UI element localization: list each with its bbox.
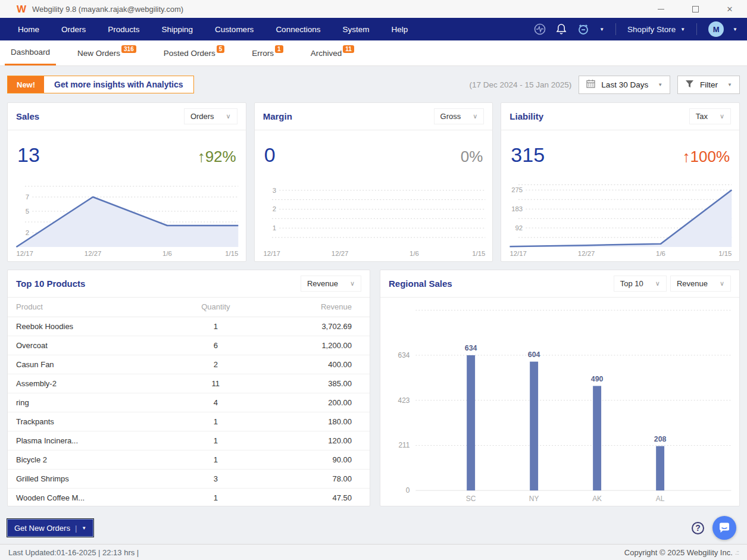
tab-label: Errors (252, 49, 274, 58)
nav-divider (696, 23, 697, 35)
status-bar: Last Updated:01-16-2025 | 22:13 hrs | Co… (0, 544, 747, 560)
sales-delta: ↑92% (198, 148, 236, 166)
margin-delta: 0% (461, 148, 483, 166)
help-icon[interactable]: ? (692, 522, 704, 534)
regional-topn-dropdown[interactable]: Top 10∨ (614, 276, 667, 292)
notifications-bell-icon[interactable] (555, 23, 567, 36)
calendar-icon (586, 79, 595, 90)
period-dropdown-value: Last 30 Days (601, 80, 648, 89)
store-selector[interactable]: Shopify Store ▼ (627, 25, 685, 34)
product-qty: 1 (172, 412, 260, 431)
product-name: Overcoat (8, 336, 172, 355)
product-name: ring (8, 393, 172, 412)
regional-topn-value: Top 10 (620, 279, 643, 288)
products-metric-value: Revenue (307, 279, 338, 288)
products-metric-dropdown[interactable]: Revenue∨ (301, 276, 361, 292)
product-name: Grilled Shrimps (8, 469, 172, 488)
svg-text:1/15: 1/15 (472, 250, 485, 257)
product-revenue: 180.00 (260, 412, 370, 431)
svg-text:3: 3 (273, 187, 276, 194)
nav-item-shipping[interactable]: Shipping (162, 25, 193, 34)
chevron-down-icon: ∨ (226, 112, 231, 120)
regional-metric-value: Revenue (677, 279, 708, 288)
nav-item-connections[interactable]: Connections (276, 25, 320, 34)
tab-posted-orders[interactable]: Posted Orders5 (158, 40, 231, 65)
svg-text:1/15: 1/15 (225, 250, 238, 257)
copyright-label: Copyright © 2025 Webgility Inc. (624, 548, 733, 557)
svg-text:NY: NY (529, 495, 539, 503)
liability-delta: ↑100% (683, 148, 730, 166)
svg-text:275: 275 (512, 186, 523, 193)
product-qty: 11 (172, 374, 260, 393)
tab-archived[interactable]: Archived11 (305, 40, 360, 65)
svg-text:92: 92 (515, 224, 523, 231)
tab-label: New Orders (77, 49, 120, 58)
col-header-product: Product (8, 298, 172, 317)
nav-item-orders[interactable]: Orders (61, 25, 86, 34)
svg-text:1/15: 1/15 (718, 250, 732, 257)
tab-new-orders[interactable]: New Orders316 (71, 40, 142, 65)
product-revenue: 385.00 (260, 374, 370, 393)
scheduler-alarm-icon[interactable] (576, 22, 590, 36)
sales-metric-value: Orders (190, 112, 214, 121)
nav-item-products[interactable]: Products (108, 25, 139, 34)
product-revenue: 78.00 (260, 469, 370, 488)
margin-metric-value: Gross (440, 112, 461, 121)
tab-errors[interactable]: Errors1 (246, 40, 289, 65)
resize-grip-icon[interactable]: .:: (735, 549, 739, 556)
nav-item-system[interactable]: System (342, 25, 369, 34)
analytics-banner[interactable]: New! Get more insights with Analytics (7, 76, 194, 93)
table-row: ring4200.00 (8, 393, 370, 412)
minimize-button[interactable] (643, 0, 678, 18)
nav-item-customers[interactable]: Customers (215, 25, 254, 34)
svg-text:AL: AL (656, 495, 665, 503)
period-dropdown[interactable]: Last 30 Days ▼ (579, 76, 670, 94)
product-qty: 1 (172, 450, 260, 469)
minimize-icon (658, 9, 664, 10)
product-name: Plasma Incinera... (8, 431, 172, 450)
filter-dropdown[interactable]: Filter ▼ (677, 76, 740, 94)
user-menu-caret-icon[interactable]: ▼ (733, 27, 737, 32)
col-header-revenue: Revenue (260, 298, 370, 317)
sales-trend-chart: 75212/1712/271/61/15 (9, 179, 245, 259)
activity-pulse-icon[interactable] (533, 23, 546, 36)
liability-trend-chart: 2751839212/1712/271/61/15 (502, 179, 738, 259)
nav-item-help[interactable]: Help (391, 25, 408, 34)
table-row: Overcoat61,200.00 (8, 336, 370, 355)
user-avatar[interactable]: M (708, 21, 724, 37)
tab-dashboard[interactable]: Dashboard (5, 40, 56, 65)
regional-metric-dropdown[interactable]: Revenue∨ (670, 276, 731, 292)
tab-badge: 5 (217, 45, 225, 53)
sales-metric-dropdown[interactable]: Orders∨ (184, 108, 237, 124)
svg-text:1/6: 1/6 (162, 250, 172, 257)
product-name: Bicycle 2 (8, 450, 172, 469)
svg-text:490: 490 (591, 375, 604, 383)
window-title: Webgility 9.8 (mayank.rajak@webgility.co… (32, 5, 183, 14)
svg-text:12/27: 12/27 (85, 250, 101, 257)
analytics-banner-text: Get more insights with Analytics (44, 76, 193, 93)
product-name: Trackpants (8, 412, 172, 431)
close-button[interactable]: ✕ (712, 0, 747, 18)
table-row: Casun Fan2400.00 (8, 355, 370, 374)
tab-label: Archived (311, 49, 342, 58)
scheduler-caret-icon[interactable]: ▼ (599, 27, 604, 32)
margin-metric-dropdown[interactable]: Gross∨ (434, 108, 485, 124)
liability-metric-dropdown[interactable]: Tax∨ (689, 108, 731, 124)
tab-badge: 316 (121, 45, 136, 53)
get-new-orders-caret-icon: ▼ (82, 525, 86, 531)
margin-card-title: Margin (263, 111, 292, 121)
regional-sales-card: Regional Sales Top 10∨ Revenue∨ 63442321… (380, 270, 740, 506)
get-new-orders-button[interactable]: Get New Orders | ▼ (7, 519, 93, 537)
product-qty: 6 (172, 336, 260, 355)
table-row: Bicycle 2190.00 (8, 450, 370, 469)
product-revenue: 200.00 (260, 393, 370, 412)
chat-bubble-icon[interactable] (712, 516, 736, 540)
svg-text:1/6: 1/6 (656, 250, 665, 257)
maximize-button[interactable] (678, 0, 712, 18)
svg-text:12/17: 12/17 (510, 250, 527, 257)
nav-divider (615, 23, 616, 35)
maximize-icon (692, 6, 699, 12)
table-row: Reebok Hoodies13,702.69 (8, 317, 370, 336)
svg-text:211: 211 (398, 441, 410, 449)
nav-item-home[interactable]: Home (18, 25, 39, 34)
